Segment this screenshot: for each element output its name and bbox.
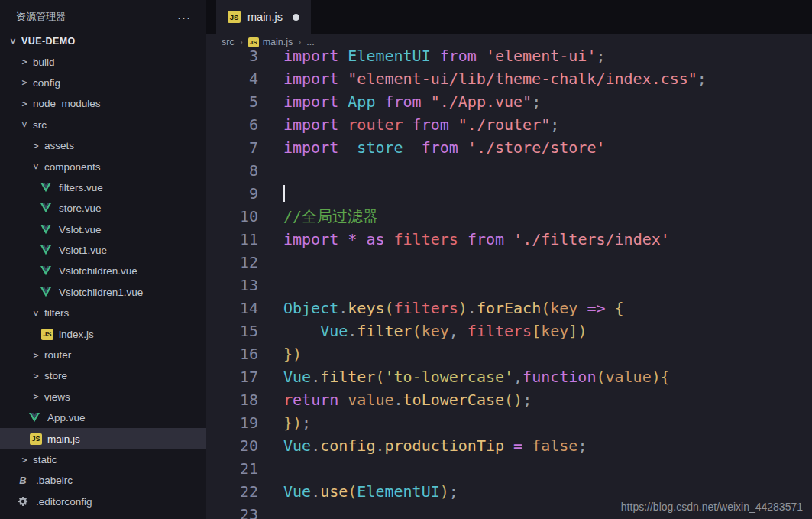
tree-item-filters.vue[interactable]: filters.vue bbox=[0, 177, 206, 198]
tree-item-static[interactable]: >static bbox=[0, 449, 206, 470]
tree-item-Vslot.vue[interactable]: Vslot.vue bbox=[0, 219, 206, 240]
tree-item-label: router bbox=[44, 349, 71, 361]
breadcrumb-item-src[interactable]: src bbox=[222, 37, 235, 47]
code-line-6[interactable]: 6import router from "./router"; bbox=[206, 113, 812, 136]
line-number: 23 bbox=[206, 503, 258, 519]
code-line-17[interactable]: 17Vue.filter('to-lowercase',function(val… bbox=[206, 365, 812, 388]
code-text: import App from "./App.vue"; bbox=[283, 90, 541, 113]
line-number: 13 bbox=[206, 274, 258, 297]
line-number: 4 bbox=[206, 67, 258, 90]
code-line-9[interactable]: 9 bbox=[206, 182, 812, 205]
breadcrumb-item-...[interactable]: ... bbox=[306, 37, 314, 47]
js-icon: JS bbox=[40, 329, 54, 340]
modified-indicator-icon[interactable] bbox=[293, 14, 299, 21]
js-icon: JS bbox=[41, 329, 53, 340]
tree-item-main.js[interactable]: JSmain.js bbox=[0, 428, 206, 449]
line-number: 8 bbox=[206, 159, 258, 182]
tab-main-js[interactable]: JS main.js bbox=[216, 0, 311, 34]
line-number: 9 bbox=[206, 182, 258, 205]
tree-item-label: Vslot1.vue bbox=[59, 245, 107, 256]
code-text: Vue.filter('to-lowercase',function(value… bbox=[283, 365, 670, 388]
tree-item-label: main.js bbox=[47, 433, 80, 445]
chevron-down-icon: > bbox=[31, 307, 41, 320]
tree-item-assets[interactable]: >assets bbox=[0, 135, 206, 156]
code-line-20[interactable]: 20Vue.config.productionTip = false; bbox=[206, 434, 812, 457]
code-line-11[interactable]: 11import * as filters from './filters/in… bbox=[206, 228, 812, 251]
breadcrumb-item-main.js[interactable]: JSmain.js bbox=[248, 37, 293, 47]
tree-item-Vslotchildren.vue[interactable]: Vslotchildren.vue bbox=[0, 261, 206, 281]
code-line-4[interactable]: 4import "element-ui/lib/theme-chalk/inde… bbox=[206, 67, 812, 90]
gear-icon bbox=[18, 496, 31, 507]
code-text: import router from "./router"; bbox=[283, 113, 559, 136]
babel-icon: B bbox=[16, 475, 30, 486]
tree-item-label: node_modules bbox=[33, 98, 101, 109]
line-number: 15 bbox=[206, 320, 258, 342]
vue-icon bbox=[39, 203, 53, 213]
tree-item-store[interactable]: >store bbox=[0, 365, 206, 386]
vue-icon bbox=[40, 183, 54, 193]
vue-icon bbox=[39, 183, 53, 193]
tree-item-.editorconfig[interactable]: .editorconfig bbox=[0, 491, 206, 512]
code-area: 3import ElementUI from 'element-ui';4imp… bbox=[206, 34, 812, 519]
code-line-19[interactable]: 19}); bbox=[206, 411, 812, 434]
code-line-8[interactable]: 8 bbox=[206, 159, 812, 182]
explorer-title: 资源管理器 bbox=[16, 10, 66, 24]
tree-item-.babelrc[interactable]: B.babelrc bbox=[0, 470, 206, 491]
tree-item-src[interactable]: >src bbox=[0, 115, 206, 135]
tree-item-VUE-DEMO[interactable]: >VUE-DEMO bbox=[0, 31, 206, 51]
code-text: Vue.config.productionTip = false; bbox=[283, 434, 587, 457]
tab-label: main.js bbox=[247, 11, 283, 23]
code-line-16[interactable]: 16}) bbox=[206, 342, 812, 365]
chevron-right-icon: > bbox=[29, 350, 43, 361]
code-line-12[interactable]: 12 bbox=[206, 251, 812, 274]
tab-bar: JS main.js bbox=[206, 0, 812, 34]
tree-item-label: build bbox=[33, 57, 55, 68]
chevron-right-icon: > bbox=[29, 141, 43, 151]
tree-item-views[interactable]: >views bbox=[0, 387, 206, 407]
tree-item-router[interactable]: >router bbox=[0, 345, 206, 365]
code-line-10[interactable]: 10//全局过滤器 bbox=[206, 205, 812, 228]
line-number: 22 bbox=[206, 480, 258, 503]
code-line-14[interactable]: 14Object.keys(filters).forEach(key => { bbox=[206, 297, 812, 320]
vue-icon bbox=[40, 225, 54, 235]
tree-item-label: config bbox=[33, 77, 60, 89]
vue-icon bbox=[29, 413, 43, 423]
more-actions-icon[interactable]: ··· bbox=[177, 11, 191, 24]
code-text: Object.keys(filters).forEach(key => { bbox=[283, 297, 624, 320]
tree-item-index.js[interactable]: JSindex.js bbox=[0, 323, 206, 344]
chevron-right-icon: > bbox=[29, 391, 43, 402]
line-number: 6 bbox=[206, 113, 258, 136]
tree-item-components[interactable]: >components bbox=[0, 156, 206, 177]
tree-item-label: filters bbox=[44, 307, 69, 319]
tree-item-label: App.vue bbox=[47, 412, 86, 423]
code-line-22[interactable]: 22Vue.use(ElementUI); bbox=[206, 480, 812, 503]
tree-item-filters[interactable]: >filters bbox=[0, 303, 206, 323]
code-line-15[interactable]: 15 Vue.filter(key, filters[key]) bbox=[206, 320, 812, 342]
explorer-header: 资源管理器 ··· bbox=[0, 0, 206, 31]
line-number: 20 bbox=[206, 434, 258, 457]
code-text: Vue.filter(key, filters[key]) bbox=[283, 320, 587, 342]
code-text: }); bbox=[283, 411, 311, 434]
tree-item-config[interactable]: >config bbox=[0, 73, 206, 93]
line-number: 19 bbox=[206, 411, 258, 434]
code-line-18[interactable]: 18return value.toLowerCase(); bbox=[206, 388, 812, 411]
vue-icon bbox=[39, 225, 53, 235]
code-line-7[interactable]: 7import store from './store/store' bbox=[206, 136, 812, 159]
code-text: //全局过滤器 bbox=[283, 205, 378, 228]
file-tree: >VUE-DEMO>build>config>node_modules>src>… bbox=[0, 31, 206, 512]
tree-item-App.vue[interactable]: App.vue bbox=[0, 407, 206, 428]
chevron-right-icon: > bbox=[29, 371, 43, 381]
code-line-5[interactable]: 5import App from "./App.vue"; bbox=[206, 90, 812, 113]
tree-item-label: Vslotchildren.vue bbox=[59, 265, 137, 277]
watermark: https://blog.csdn.net/weixin_44283571 bbox=[621, 501, 803, 513]
tree-item-node_modules[interactable]: >node_modules bbox=[0, 93, 206, 114]
tree-item-label: .babelrc bbox=[36, 475, 73, 486]
line-number: 14 bbox=[206, 297, 258, 320]
tree-item-build[interactable]: >build bbox=[0, 51, 206, 72]
code-line-21[interactable]: 21 bbox=[206, 457, 812, 480]
tree-item-store.vue[interactable]: store.vue bbox=[0, 198, 206, 219]
code-line-13[interactable]: 13 bbox=[206, 274, 812, 297]
tree-item-Vslot1.vue[interactable]: Vslot1.vue bbox=[0, 240, 206, 261]
line-number: 11 bbox=[206, 228, 258, 251]
tree-item-Vslotchildren1.vue[interactable]: Vslotchildren1.vue bbox=[0, 282, 206, 303]
